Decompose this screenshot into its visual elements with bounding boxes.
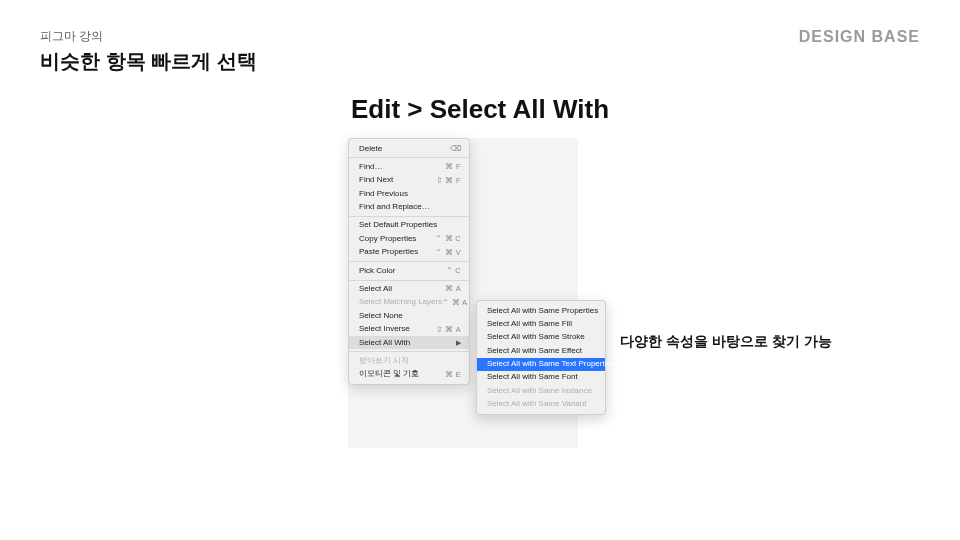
header-title: 비슷한 항목 빠르게 선택: [40, 48, 257, 75]
shortcut-text: ⌃ ⌘ C: [435, 234, 461, 244]
menu-label: Paste Properties: [359, 247, 418, 257]
submenu-item-same-fill[interactable]: Select All with Same Fill: [477, 317, 605, 330]
shortcut-text: ⌃ ⌘ A: [442, 298, 467, 308]
menu-label: Set Default Properties: [359, 220, 437, 230]
main-title: Edit > Select All With: [0, 94, 960, 125]
submenu-item-same-variant: Select All with Same Variant: [477, 398, 605, 411]
menu-separator: [349, 261, 469, 262]
submenu-item-same-effect[interactable]: Select All with Same Effect: [477, 344, 605, 357]
shortcut-text: ⇧ ⌘ F: [436, 176, 461, 186]
menu-separator: [349, 216, 469, 217]
select-all-with-submenu: Select All with Same Properties Select A…: [476, 300, 606, 415]
menu-item-select-all-with[interactable]: Select All With ▶: [349, 336, 469, 349]
menu-label: Select All With: [359, 338, 410, 348]
menu-item-dictation: 받아쓰기 시작: [349, 354, 469, 367]
menu-separator: [349, 280, 469, 281]
menu-item-select-none[interactable]: Select None: [349, 309, 469, 322]
menu-label: Select Inverse: [359, 324, 410, 334]
menu-item-select-all[interactable]: Select All ⌘ A: [349, 283, 469, 296]
submenu-item-same-text-properties[interactable]: Select All with Same Text Properties: [477, 358, 605, 371]
menu-label: Select Matching Layers: [359, 297, 442, 307]
menu-item-set-default-properties[interactable]: Set Default Properties: [349, 219, 469, 232]
brand-logo: DESIGN BASE: [799, 28, 920, 46]
menu-item-find-replace[interactable]: Find and Replace…: [349, 201, 469, 214]
shortcut-text: ⌘ A: [445, 284, 461, 294]
menu-item-select-matching-layers: Select Matching Layers ⌃ ⌘ A: [349, 296, 469, 309]
menu-item-paste-properties[interactable]: Paste Properties ⌃ ⌘ V: [349, 246, 469, 259]
menu-label: Find Next: [359, 175, 393, 185]
menu-label: Select None: [359, 311, 403, 321]
submenu-item-same-stroke[interactable]: Select All with Same Stroke: [477, 331, 605, 344]
menu-item-delete[interactable]: Delete ⌫: [349, 142, 469, 155]
menu-label: 받아쓰기 시작: [359, 356, 409, 366]
menu-label: Pick Color: [359, 266, 395, 276]
shortcut-text: ⌃ C: [446, 266, 461, 276]
header-subtitle: 피그마 강의: [40, 28, 103, 45]
submenu-item-same-properties[interactable]: Select All with Same Properties: [477, 304, 605, 317]
annotation-text: 다양한 속성을 바탕으로 찾기 가능: [620, 333, 832, 351]
shortcut-text: ⌃ ⌘ V: [435, 248, 461, 258]
shortcut-text: ⌘ E: [445, 370, 461, 380]
menu-item-emoji-symbols[interactable]: 이모티콘 및 기호 ⌘ E: [349, 368, 469, 381]
menu-label: Find and Replace…: [359, 202, 430, 212]
menu-item-find-previous[interactable]: Find Previous: [349, 187, 469, 200]
menu-item-find[interactable]: Find… ⌘ F: [349, 160, 469, 173]
shortcut-text: ⇧ ⌘ A: [436, 325, 461, 335]
menu-item-pick-color[interactable]: Pick Color ⌃ C: [349, 264, 469, 277]
menu-label: Find Previous: [359, 189, 408, 199]
menu-separator: [349, 351, 469, 352]
menu-label: Select All: [359, 284, 392, 294]
submenu-item-same-font[interactable]: Select All with Same Font: [477, 371, 605, 384]
submenu-item-same-instance: Select All with Same Instance: [477, 384, 605, 397]
menu-separator: [349, 157, 469, 158]
shortcut-text: ⌫: [450, 144, 461, 154]
menu-label: 이모티콘 및 기호: [359, 369, 419, 379]
edit-menu: Delete ⌫ Find… ⌘ F Find Next ⇧ ⌘ F Find …: [348, 138, 470, 385]
menu-item-find-next[interactable]: Find Next ⇧ ⌘ F: [349, 174, 469, 187]
menu-item-copy-properties[interactable]: Copy Properties ⌃ ⌘ C: [349, 232, 469, 245]
shortcut-text: ⌘ F: [445, 162, 461, 172]
menu-label: Copy Properties: [359, 234, 416, 244]
menu-label: Find…: [359, 162, 383, 172]
menu-item-select-inverse[interactable]: Select Inverse ⇧ ⌘ A: [349, 323, 469, 336]
chevron-right-icon: ▶: [456, 338, 461, 347]
menu-label: Delete: [359, 144, 382, 154]
